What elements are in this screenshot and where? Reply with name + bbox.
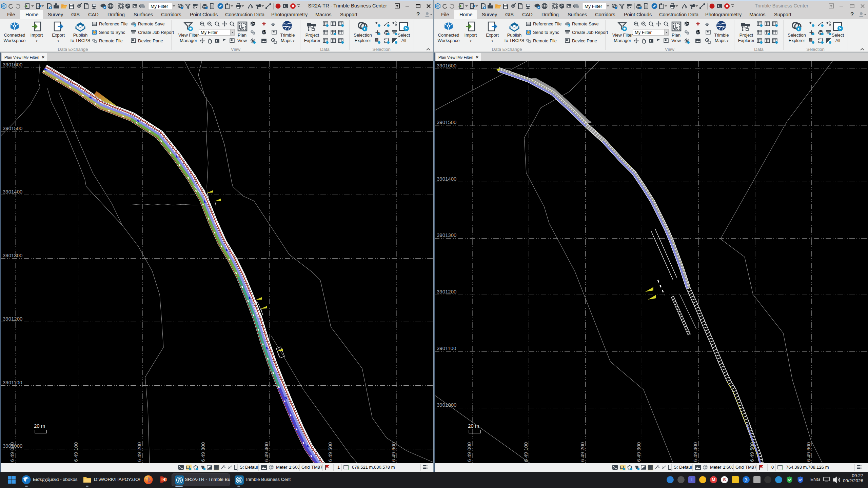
svg-text:6 49 100: 6 49 100 <box>73 442 79 462</box>
svg-text:6 49 500: 6 49 500 <box>327 442 333 462</box>
svg-text:6 49 400: 6 49 400 <box>692 442 698 462</box>
svg-text:3901500: 3901500 <box>437 119 456 125</box>
svg-text:6 49 300: 6 49 300 <box>636 442 642 462</box>
svg-text:6 49 600: 6 49 600 <box>806 442 811 462</box>
svg-text:0: 0 <box>810 38 811 42</box>
svg-text:3901100: 3901100 <box>3 380 22 385</box>
svg-text:3901100: 3901100 <box>437 345 456 351</box>
svg-text:3901600: 3901600 <box>437 63 456 68</box>
svg-text:3901000: 3901000 <box>437 402 456 408</box>
svg-text:3901400: 3901400 <box>3 189 22 195</box>
svg-text:6 49 000: 6 49 000 <box>466 442 472 462</box>
svg-text:20 m: 20 m <box>34 423 45 429</box>
svg-text:20 m: 20 m <box>468 423 479 429</box>
svg-text:3901200: 3901200 <box>437 289 456 294</box>
svg-text:6 49 200: 6 49 200 <box>579 442 585 462</box>
svg-text:9: 9 <box>223 465 225 467</box>
svg-text:3901300: 3901300 <box>3 252 22 258</box>
svg-text:6 49 200: 6 49 200 <box>136 442 142 462</box>
svg-text:0: 0 <box>376 38 377 42</box>
svg-text:6 49 000: 6 49 000 <box>9 442 15 462</box>
svg-text:6 49 300: 6 49 300 <box>200 442 206 462</box>
svg-text:3901300: 3901300 <box>437 232 456 238</box>
svg-text:3901600: 3901600 <box>3 62 22 67</box>
svg-text:3901400: 3901400 <box>437 176 456 182</box>
svg-text:6 49 600: 6 49 600 <box>391 442 396 462</box>
svg-text:3901500: 3901500 <box>3 125 22 131</box>
svg-text:6 49 100: 6 49 100 <box>523 442 529 462</box>
svg-text:6 49 400: 6 49 400 <box>263 442 269 462</box>
svg-text:9: 9 <box>657 465 659 467</box>
svg-text:3901200: 3901200 <box>3 316 22 322</box>
